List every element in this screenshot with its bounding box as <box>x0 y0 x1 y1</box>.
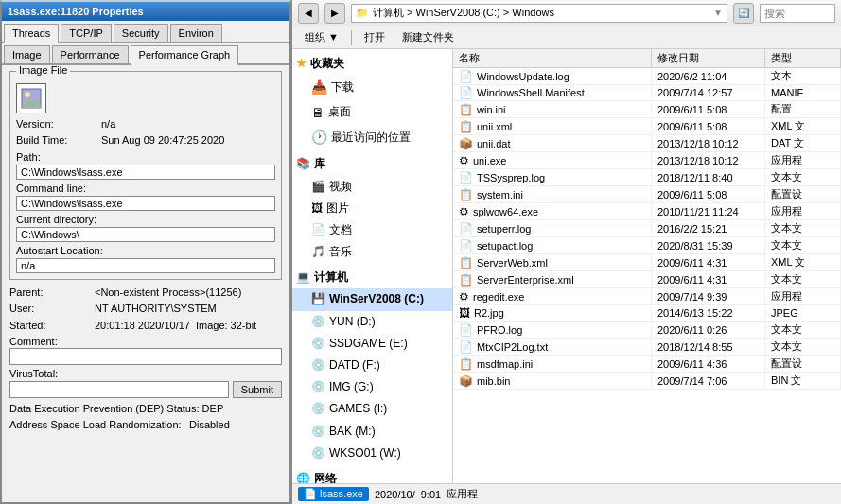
file-name-cell: 📋 ServerWeb.xml <box>453 254 652 270</box>
tab-threads[interactable]: Threads <box>4 24 59 43</box>
col-type[interactable]: 类型 <box>765 49 841 67</box>
svg-point-1 <box>25 92 30 97</box>
star-icon: ★ <box>296 55 307 73</box>
sidebar-desktop[interactable]: 🖥 桌面 <box>292 100 452 125</box>
virustotal-input[interactable] <box>9 381 229 398</box>
build-time-label: Build Time: <box>16 133 101 148</box>
sidebar-drive-m[interactable]: 💿 BAK (M:) <box>292 421 452 443</box>
forward-button[interactable]: ▶ <box>324 3 345 24</box>
tab-tcpip[interactable]: TCP/IP <box>61 24 111 42</box>
file-name: regedit.exe <box>473 291 524 303</box>
file-name: R2.jpg <box>474 307 504 319</box>
file-name: mib.bin <box>477 375 510 387</box>
group-title: Image File <box>16 65 70 76</box>
search-input[interactable] <box>760 4 835 23</box>
file-type-cell: 文本 <box>765 68 841 84</box>
file-name-cell: 📄 TSSysprep.log <box>453 169 652 185</box>
build-time-value: Sun Aug 09 20:47:25 2020 <box>101 133 224 148</box>
file-icon: 📄 <box>459 239 473 252</box>
file-icon: 📋 <box>459 273 473 287</box>
table-row[interactable]: 📄 WindowsShell.Manifest 2009/7/14 12:57 … <box>453 85 841 101</box>
sidebar-recent[interactable]: 🕐 最近访问的位置 <box>292 125 452 149</box>
table-row[interactable]: 📋 system.ini 2009/6/11 5:08 配置设 <box>453 186 841 203</box>
file-icon: 📄 <box>459 171 473 184</box>
video-icon: 🎬 <box>311 178 325 196</box>
comment-input[interactable] <box>9 348 282 365</box>
refresh-button[interactable]: 🔄 <box>733 3 754 24</box>
computer-icon: 💻 <box>296 269 310 287</box>
new-folder-button[interactable]: 新建文件夹 <box>395 28 461 46</box>
drive-g-icon: 💿 <box>311 378 325 396</box>
col-name[interactable]: 名称 <box>453 49 652 67</box>
table-row[interactable]: 📄 TSSysprep.log 2018/12/11 8:40 文本文 <box>453 169 841 186</box>
sidebar-drive-c[interactable]: 💾 WinSerV2008 (C:) <box>292 288 452 310</box>
autostart-value[interactable]: n/a <box>16 258 275 273</box>
table-row[interactable]: 📄 MtxCIP2Log.txt 2018/12/14 8:55 文本文 <box>453 339 841 356</box>
table-row[interactable]: 🖼 R2.jpg 2014/6/13 15:22 JPEG <box>453 305 841 322</box>
address-bar[interactable]: 📁 计算机 > WinSerV2008 (C:) > Windows ▼ <box>351 4 727 23</box>
table-row[interactable]: 📄 PFRO.log 2020/6/11 0:26 文本文 <box>453 322 841 339</box>
tab-performance-graph[interactable]: Performance Graph <box>131 45 239 65</box>
cwd-value[interactable]: C:\Windows\ <box>16 227 275 242</box>
sidebar-pictures[interactable]: 🖼 图片 <box>292 198 452 219</box>
sidebar-drive-f[interactable]: 💿 DATD (F:) <box>292 355 452 376</box>
submit-button[interactable]: Submit <box>233 381 282 398</box>
sidebar-network[interactable]: 🌐 网络 <box>292 468 452 483</box>
parent-row: Parent: <Non-existent Process>(11256) <box>9 286 282 300</box>
table-row[interactable]: ⚙ splwow64.exe 2010/11/21 11:24 应用程 <box>453 203 841 220</box>
table-row[interactable]: 📋 ServerWeb.xml 2009/6/11 4:31 XML 文 <box>453 254 841 271</box>
table-row[interactable]: 📄 WindowsUpdate.log 2020/6/2 11:04 文本 <box>453 68 841 85</box>
sidebar-music[interactable]: 🎵 音乐 <box>292 241 452 263</box>
file-icon: ⚙ <box>459 154 469 167</box>
sidebar-video[interactable]: 🎬 视频 <box>292 176 452 198</box>
sidebar-drive-i[interactable]: 💿 GAMES (I:) <box>292 398 452 420</box>
file-name: ServerWeb.xml <box>477 257 548 269</box>
cmd-value[interactable]: C:\Windows\lsass.exe <box>16 196 275 211</box>
path-value[interactable]: C:\Windows\lsass.exe <box>16 165 275 180</box>
pictures-icon: 🖼 <box>311 200 323 217</box>
parent-value: <Non-existent Process>(11256) <box>95 286 241 300</box>
file-modified-cell: 2009/6/11 4:31 <box>652 254 765 270</box>
virustotal-row: Submit <box>9 381 282 398</box>
tab-row-2: Image Performance Performance Graph <box>2 43 289 65</box>
table-row[interactable]: 📋 msdfmap.ini 2009/6/11 4:36 配置设 <box>453 356 841 373</box>
table-row[interactable]: 📦 mib.bin 2009/7/14 7:06 BIN 文 <box>453 373 841 390</box>
sidebar-docs[interactable]: 📄 文档 <box>292 219 452 241</box>
virustotal-label: VirusTotal: <box>9 368 282 379</box>
sidebar-drive-d[interactable]: 💿 YUN (D:) <box>292 311 452 333</box>
sidebar-computer[interactable]: 💻 计算机 <box>292 267 452 288</box>
aslr-row: Address Space Load Randomization: Disabl… <box>9 418 282 432</box>
image-file-group: Image File Version: n/a Build Time: Sun … <box>9 71 282 280</box>
table-row[interactable]: 📄 setuperr.log 2016/2/2 15:21 文本文 <box>453 220 841 237</box>
sidebar-drive-e[interactable]: 💿 SSDGAME (E:) <box>292 333 452 355</box>
file-type-cell: 应用程 <box>765 152 841 168</box>
drive-d-icon: 💿 <box>311 313 325 331</box>
table-row[interactable]: ⚙ regedit.exe 2009/7/14 9:39 应用程 <box>453 288 841 305</box>
table-row[interactable]: 📄 setupact.log 2020/8/31 15:39 文本文 <box>453 237 841 254</box>
table-row[interactable]: 📋 win.ini 2009/6/11 5:08 配置 <box>453 101 841 118</box>
file-type-cell: BIN 文 <box>765 373 841 389</box>
table-row[interactable]: 📋 ServerEnterprise.xml 2009/6/11 4:31 文本… <box>453 271 841 288</box>
open-button[interactable]: 打开 <box>358 28 392 46</box>
sidebar-downloads[interactable]: 📥 下载 <box>292 75 452 99</box>
file-name-cell: 📦 mib.bin <box>453 373 652 389</box>
tab-environ[interactable]: Environ <box>170 24 222 42</box>
sidebar-drive-g[interactable]: 💿 IMG (G:) <box>292 376 452 398</box>
user-value: NT AUTHORITY\SYSTEM <box>95 302 217 316</box>
tab-image[interactable]: Image <box>4 45 50 63</box>
sidebar-drive-w[interactable]: 💿 WKSO01 (W:) <box>292 443 452 464</box>
table-row[interactable]: ⚙ uni.exe 2013/12/18 10:12 应用程 <box>453 152 841 169</box>
table-row[interactable]: 📦 unii.dat 2013/12/18 10:12 DAT 文 <box>453 135 841 152</box>
started-label: Started: <box>9 319 95 333</box>
file-modified-cell: 2009/6/11 5:08 <box>652 186 765 202</box>
file-icon: 📄 <box>459 70 473 83</box>
organize-button[interactable]: 组织 ▼ <box>298 28 345 46</box>
table-row[interactable]: 📋 unii.xml 2009/6/11 5:08 XML 文 <box>453 118 841 135</box>
tab-security[interactable]: Security <box>114 24 168 42</box>
sidebar-favorites[interactable]: ★ 收藏夹 <box>292 53 452 75</box>
file-name-cell: ⚙ regedit.exe <box>453 288 652 304</box>
sidebar-library[interactable]: 📚 库 <box>292 153 452 175</box>
tab-performance[interactable]: Performance <box>52 45 129 63</box>
col-modified[interactable]: 修改日期 <box>652 49 765 67</box>
back-button[interactable]: ◀ <box>298 3 319 24</box>
